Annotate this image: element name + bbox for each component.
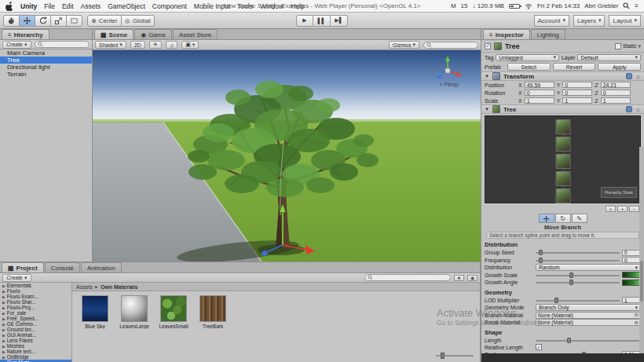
folder-item[interactable]: ▶Elementals: [0, 283, 71, 288]
tree-node-thumbnail[interactable]: [555, 188, 570, 203]
hierarchy-item-terrain[interactable]: Terrain: [0, 71, 92, 78]
menu-unity[interactable]: Unity: [20, 2, 37, 10]
folder-item[interactable]: ▶Meshes: [0, 343, 71, 349]
disclosure-triangle-icon[interactable]: ▶: [2, 294, 5, 299]
apple-menu-icon[interactable]: [5, 2, 13, 11]
object-picker-icon[interactable]: ⊙: [635, 320, 639, 326]
layers-dropdown[interactable]: Layers▾: [573, 15, 606, 27]
menu-gameobject[interactable]: GameObject: [108, 2, 145, 10]
account-dropdown[interactable]: Account▾: [534, 15, 569, 27]
status-memory[interactable]: ↓ 120.9 MB: [472, 2, 503, 9]
tab-scene[interactable]: ▦Scene: [94, 29, 134, 39]
folder-item[interactable]: ▶Lens Flares: [0, 338, 71, 343]
status-user[interactable]: Abri Grebler: [584, 2, 618, 9]
project-create-button[interactable]: Create▾: [2, 274, 31, 282]
status-clock[interactable]: Fri 2 Feb 14:33: [537, 2, 580, 9]
tab-animation[interactable]: Animation: [81, 262, 122, 272]
branch-freehand-tool-icon[interactable]: ✎: [572, 214, 587, 223]
disclosure-triangle-icon[interactable]: ▶: [2, 316, 5, 321]
prefab-revert-button[interactable]: Revert: [553, 63, 596, 71]
group-seed-value[interactable]: 0: [622, 250, 641, 256]
status-m[interactable]: M: [451, 2, 456, 9]
hierarchy-item-main-camera[interactable]: Main Camera: [0, 49, 92, 57]
help-icon[interactable]: [626, 106, 632, 112]
disclosure-triangle-icon[interactable]: ▶: [2, 322, 5, 327]
disclosure-triangle-icon[interactable]: ▶: [2, 327, 5, 332]
tag-dropdown[interactable]: Untagged▾: [496, 54, 559, 61]
hierarchy-create-button[interactable]: Create▾: [2, 41, 31, 49]
help-icon[interactable]: [626, 73, 632, 79]
disclosure-triangle-icon[interactable]: ▶: [2, 289, 5, 294]
asset-item-leavessmall[interactable]: LeavesSmall: [157, 295, 190, 329]
group-seed-slider[interactable]: [536, 249, 620, 256]
hierarchy-item-tree[interactable]: Tree: [0, 57, 92, 64]
position-z-field[interactable]: 24.21: [601, 82, 631, 88]
spotlight-search-icon[interactable]: [623, 2, 630, 9]
rotation-z-field[interactable]: 0: [601, 90, 631, 96]
foldout-icon[interactable]: ▼: [485, 107, 489, 112]
branch-rotate-tool-icon[interactable]: ↻: [555, 214, 571, 223]
branch-material-field[interactable]: None (Material)⊙: [536, 312, 641, 319]
rotate-tool-icon[interactable]: [35, 15, 51, 27]
breadcrumb-root[interactable]: Assets: [76, 284, 93, 290]
disclosure-triangle-icon[interactable]: ▶: [2, 333, 5, 338]
tab-project[interactable]: ▦Project: [2, 262, 44, 272]
layout-dropdown[interactable]: Layout▾: [609, 15, 641, 27]
scale-x-field[interactable]: 1: [525, 97, 554, 104]
add-branch-button[interactable]: +: [606, 206, 616, 212]
tab-inspector[interactable]: ≡Inspector: [483, 29, 530, 39]
lighting-toggle-icon[interactable]: ☀: [149, 41, 162, 49]
tree-component-header[interactable]: ▼ Tree ☼: [481, 104, 644, 114]
growth-scale-slider[interactable]: [536, 272, 620, 279]
folder-item[interactable]: ▶Nature text...: [0, 349, 71, 354]
project-search-input[interactable]: [364, 274, 451, 281]
gear-icon[interactable]: ☼: [635, 106, 641, 113]
frequency-slider[interactable]: [536, 257, 620, 264]
folder-item[interactable]: ▶Free_Speed...: [0, 316, 71, 321]
disclosure-triangle-icon[interactable]: ▶: [2, 283, 5, 288]
scale-z-field[interactable]: 1: [601, 97, 631, 104]
break-material-field[interactable]: None (Material)⊙: [536, 319, 641, 326]
geometry-mode-dropdown[interactable]: Branch Only▾: [536, 304, 641, 311]
folder-item[interactable]: ▶Fluvio: [0, 288, 71, 294]
notification-center-icon[interactable]: ≡: [635, 2, 639, 9]
favorites-icon[interactable]: ★: [454, 275, 464, 281]
tree-node-thumbnail[interactable]: [555, 119, 570, 134]
pause-button[interactable]: ▌▌: [313, 15, 331, 27]
branch-move-tool-icon[interactable]: [539, 214, 554, 223]
hand-tool-icon[interactable]: [3, 15, 20, 27]
menu-edit[interactable]: Edit: [62, 2, 74, 10]
position-y-field[interactable]: 0: [562, 82, 592, 88]
gameobject-active-checkbox[interactable]: ✓: [485, 43, 491, 49]
growth-angle-curve-field[interactable]: [622, 280, 641, 286]
frequency-value[interactable]: 0: [622, 257, 641, 263]
layer-dropdown[interactable]: Default▾: [577, 54, 641, 61]
asset-item-leaveslarge[interactable]: LeavesLarge: [118, 295, 151, 329]
disclosure-triangle-icon[interactable]: ▶: [2, 349, 5, 354]
add-leaf-button[interactable]: +: [617, 206, 628, 212]
foldout-icon[interactable]: ▼: [485, 74, 489, 79]
folder-item[interactable]: ▶Fluvio Exam...: [0, 294, 71, 299]
growth-angle-slider[interactable]: [536, 279, 620, 286]
static-checkbox[interactable]: [615, 43, 621, 49]
hierarchy-item-directional-light[interactable]: Directional light: [0, 64, 92, 71]
transform-component-header[interactable]: ▼ Transform ☼: [481, 71, 644, 81]
hierarchy-search-input[interactable]: [35, 41, 90, 48]
breadcrumb-current[interactable]: Own Materials: [101, 284, 137, 290]
delete-node-button[interactable]: −: [629, 206, 639, 212]
disclosure-triangle-icon[interactable]: ▶: [2, 355, 5, 360]
disclosure-triangle-icon[interactable]: ▶: [2, 305, 5, 310]
step-button[interactable]: ▶▌: [331, 15, 348, 27]
scale-y-field[interactable]: 1: [562, 97, 592, 104]
folder-item[interactable]: ▶GE Commo...: [0, 321, 71, 327]
scene-search-input[interactable]: [423, 42, 478, 49]
play-button[interactable]: ▶: [296, 15, 313, 27]
gizmos-dropdown[interactable]: Gizmos▾: [389, 41, 419, 49]
disclosure-triangle-icon[interactable]: ▶: [2, 311, 5, 316]
tree-node-editor[interactable]: Hierachy Stats: [485, 115, 641, 203]
disclosure-triangle-icon[interactable]: ▶: [2, 300, 5, 305]
status-count[interactable]: 15: [461, 2, 468, 9]
prefab-select-button[interactable]: Select: [507, 63, 551, 71]
folder-item[interactable]: ▶OldBridge: [0, 354, 71, 360]
effects-dropdown-icon[interactable]: ▣▾: [181, 41, 199, 49]
